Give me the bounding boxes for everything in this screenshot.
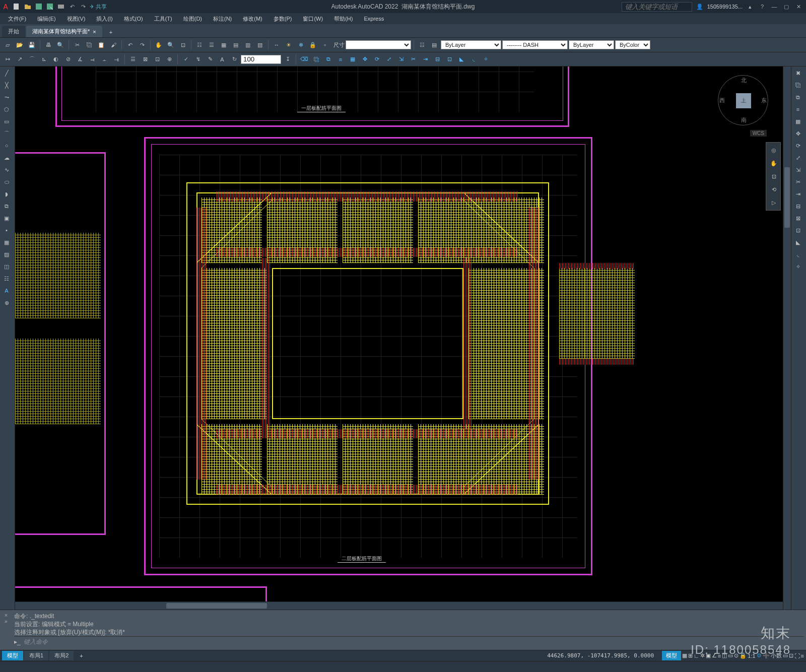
- qcalc-icon[interactable]: ▧: [254, 39, 265, 50]
- r-trim-icon[interactable]: ✂: [792, 176, 803, 187]
- menu-param[interactable]: 参数(P): [268, 14, 297, 24]
- layeriso-icon[interactable]: ▤: [429, 39, 440, 50]
- menu-modify[interactable]: 修改(M): [238, 14, 267, 24]
- viewcube-south[interactable]: 南: [741, 116, 747, 124]
- dimlayer-icon[interactable]: ▫: [319, 39, 330, 50]
- cut-icon[interactable]: ✂: [72, 39, 83, 50]
- region-icon[interactable]: ◫: [1, 261, 12, 272]
- mod-chamfer-icon[interactable]: ◣: [456, 54, 467, 65]
- mod-trim-icon[interactable]: ✂: [408, 54, 419, 65]
- menu-file[interactable]: 文件(F): [3, 14, 31, 24]
- dquick-icon[interactable]: ⫤: [87, 54, 98, 65]
- save-icon[interactable]: [34, 2, 43, 11]
- pan-icon[interactable]: ✋: [153, 39, 164, 50]
- copy-icon[interactable]: ⿻: [84, 39, 95, 50]
- mod-join-icon[interactable]: ⊡: [444, 54, 455, 65]
- spline-icon[interactable]: ∿: [1, 164, 12, 175]
- dupdate-icon[interactable]: ↻: [229, 54, 240, 65]
- viewcube[interactable]: 北 南 东 西 上: [715, 73, 771, 128]
- dbase-icon[interactable]: ⫠: [99, 54, 110, 65]
- mod-break-icon[interactable]: ⊟: [432, 54, 443, 65]
- r-copy-icon[interactable]: ⿻: [792, 80, 803, 91]
- dinsp-icon[interactable]: ✓: [180, 54, 191, 65]
- tab-add[interactable]: +: [103, 27, 118, 37]
- dang-icon[interactable]: ∡: [75, 54, 86, 65]
- tab-start[interactable]: 开始: [2, 26, 25, 37]
- qopen-icon[interactable]: 📂: [14, 39, 25, 50]
- scrollbar-horizontal[interactable]: [15, 601, 783, 610]
- line-icon[interactable]: ╱: [1, 68, 12, 79]
- layout-tab-model[interactable]: 模型: [2, 651, 23, 660]
- mod-offset-icon[interactable]: ≡: [335, 54, 346, 65]
- qsave-icon[interactable]: 💾: [26, 39, 37, 50]
- cmd-input[interactable]: 键入命令: [24, 638, 48, 646]
- share-button[interactable]: ✈共享: [90, 3, 107, 11]
- dimstyle-icon[interactable]: ☀: [283, 39, 294, 50]
- pline-icon[interactable]: ⤳: [1, 92, 12, 103]
- nav-zoomext-icon[interactable]: ⊡: [768, 171, 779, 182]
- dtedit-icon[interactable]: A: [217, 54, 228, 65]
- close-icon[interactable]: ✕: [794, 2, 803, 11]
- layout-tab-1[interactable]: 布局1: [24, 651, 48, 660]
- mod-array-icon[interactable]: ▦: [347, 54, 358, 65]
- plot-icon[interactable]: [56, 2, 65, 11]
- layer-combo[interactable]: ByLayer: [441, 40, 501, 49]
- r-scale-icon[interactable]: ⤢: [792, 152, 803, 163]
- mod-scale-icon[interactable]: ⤢: [383, 54, 394, 65]
- markup-icon[interactable]: ▥: [242, 39, 253, 50]
- r-stretch-icon[interactable]: ⇲: [792, 164, 803, 175]
- redo-icon[interactable]: ↷: [79, 2, 88, 11]
- mod-move-icon[interactable]: ✥: [359, 54, 370, 65]
- rect-icon[interactable]: ▭: [1, 116, 12, 127]
- r-breakpt-icon[interactable]: ⊟: [792, 200, 803, 212]
- xline-icon[interactable]: ╳: [1, 80, 12, 91]
- revcloud-icon[interactable]: ☁: [1, 152, 12, 163]
- toolpal-icon[interactable]: ▦: [218, 39, 229, 50]
- minimize-icon[interactable]: —: [770, 2, 779, 11]
- insert-icon[interactable]: ⧉: [1, 200, 12, 212]
- undo2-icon[interactable]: ↶: [124, 39, 136, 50]
- polygon-icon[interactable]: ⬠: [1, 104, 12, 115]
- layerprops-icon[interactable]: ☷: [417, 39, 428, 50]
- layout-tab-add[interactable]: +: [75, 652, 88, 660]
- layout-tab-2[interactable]: 布局2: [49, 651, 74, 660]
- viewcube-north[interactable]: 北: [741, 77, 747, 84]
- mtext-icon[interactable]: A: [1, 285, 12, 296]
- help-icon[interactable]: ?: [758, 2, 767, 11]
- r-chamfer-icon[interactable]: ◣: [792, 237, 803, 248]
- dimfreeze-icon[interactable]: ❄: [295, 39, 306, 50]
- designctr-icon[interactable]: ☰: [206, 39, 217, 50]
- viewcube-west[interactable]: 西: [719, 97, 725, 104]
- maximize-icon[interactable]: ▢: [782, 2, 791, 11]
- tab-close-icon[interactable]: ×: [93, 29, 96, 35]
- nav-wheel-icon[interactable]: ◎: [768, 145, 779, 156]
- zoomwin-icon[interactable]: ⊡: [177, 39, 188, 50]
- mod-mirror-icon[interactable]: ⧉: [323, 54, 334, 65]
- saveas-icon[interactable]: [45, 2, 54, 11]
- dline-icon[interactable]: ↦: [2, 54, 13, 65]
- hatch-icon[interactable]: ▦: [1, 237, 12, 248]
- circle-icon[interactable]: ○: [1, 140, 12, 151]
- dim-combo[interactable]: [346, 40, 411, 49]
- dord-icon[interactable]: ⊾: [38, 54, 49, 65]
- r-move-icon[interactable]: ✥: [792, 128, 803, 139]
- viewcube-top[interactable]: 上: [736, 93, 751, 108]
- drawing-canvas[interactable]: 一层板配筋平面图: [15, 66, 791, 610]
- dcenter-icon[interactable]: ⊕: [164, 54, 175, 65]
- ellipse-icon[interactable]: ⬭: [1, 176, 12, 187]
- r-fillet-icon[interactable]: ◟: [792, 249, 803, 260]
- mod-erase-icon[interactable]: ⌫: [299, 54, 310, 65]
- drad-icon[interactable]: ◐: [50, 54, 61, 65]
- r-join-icon[interactable]: ⊡: [792, 225, 803, 236]
- mod-fillet-icon[interactable]: ◟: [468, 54, 479, 65]
- r-offset-icon[interactable]: ≡: [792, 104, 803, 115]
- custom-icon[interactable]: ≡: [801, 653, 804, 659]
- grid-toggle-icon[interactable]: ▦: [682, 652, 687, 659]
- mod-extend-icon[interactable]: ⇥: [420, 54, 431, 65]
- dedit-icon[interactable]: ✎: [205, 54, 216, 65]
- dcont-icon[interactable]: ⫣: [111, 54, 122, 65]
- r-erase-icon[interactable]: ✖: [792, 68, 803, 79]
- dbreak-icon[interactable]: ⊠: [140, 54, 151, 65]
- mod-stretch-icon[interactable]: ⇲: [395, 54, 407, 65]
- props-icon[interactable]: ☷: [194, 39, 205, 50]
